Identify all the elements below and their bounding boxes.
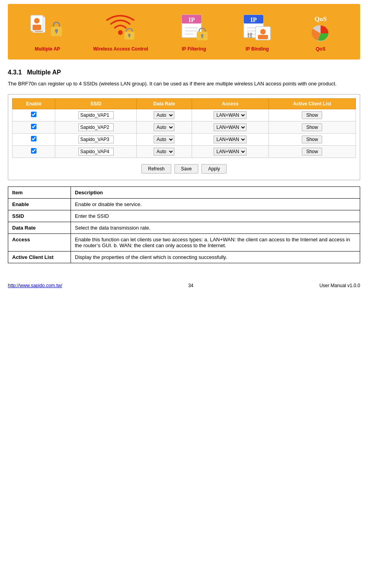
col-active-client: Active Client List xyxy=(268,98,355,109)
data-rate-select-1[interactable]: Auto1M2M5.5M11M6M9M12M18M24M36M48M54M xyxy=(154,111,174,119)
ip-binding-icon: IP ⛓ xyxy=(239,12,275,43)
access-select-1[interactable]: LAN+WANLANWAN xyxy=(214,111,247,119)
desc-col-description: Description xyxy=(71,186,360,198)
section-heading: 4.3.1 Multiple AP xyxy=(8,69,360,76)
refresh-button[interactable]: Refresh xyxy=(141,164,171,174)
desc-row-1: EnableEnable or disable the service. xyxy=(8,198,360,210)
section-description: The BRF70n can register up to 4 SSIDs (w… xyxy=(8,80,360,88)
vap-row-4: Auto1M2M5.5M11M6M9M12M18M24M36M48M54MLAN… xyxy=(13,145,356,157)
col-enable: Enable xyxy=(13,98,55,109)
ssid-input-1[interactable] xyxy=(78,111,114,119)
data-rate-select-4[interactable]: Auto1M2M5.5M11M6M9M12M18M24M36M48M54M xyxy=(154,148,174,156)
ip-filtering-icon-item[interactable]: IP IP Filtering xyxy=(176,12,212,52)
desc-item-2: SSID xyxy=(8,210,71,222)
save-button[interactable]: Save xyxy=(174,164,198,174)
ip-filtering-label: IP Filtering xyxy=(182,46,206,52)
access-select-3[interactable]: LAN+WANLANWAN xyxy=(214,136,247,143)
wireless-ac-icon xyxy=(103,12,138,43)
vap-config-table: Enable SSID Data Rate Access Active Clie… xyxy=(12,98,356,158)
qos-icon: QoS xyxy=(303,12,338,43)
svg-point-29 xyxy=(260,29,266,34)
enable-checkbox-4[interactable] xyxy=(31,148,36,154)
version-text: User Manual v1.0.0 xyxy=(319,283,360,288)
desc-col-item: Item xyxy=(8,186,71,198)
top-icon-area: Multiple AP Wireless Access Control xyxy=(8,4,360,60)
svg-rect-8 xyxy=(56,31,57,33)
footer-link[interactable]: http://www.sapido.com.tw/ xyxy=(8,283,62,288)
show-button-1[interactable]: Show xyxy=(302,111,322,119)
desc-row-4: AccessEnable this function can let clien… xyxy=(8,233,360,251)
show-button-2[interactable]: Show xyxy=(302,123,322,131)
col-data-rate: Data Rate xyxy=(137,98,192,109)
svg-rect-12 xyxy=(129,35,130,37)
ip-binding-label: IP Binding xyxy=(246,46,269,52)
desc-item-1: Enable xyxy=(8,198,71,210)
qos-label: QoS xyxy=(316,46,326,52)
show-button-4[interactable]: Show xyxy=(302,148,322,156)
data-rate-select-2[interactable]: Auto1M2M5.5M11M6M9M12M18M24M36M48M54M xyxy=(154,123,174,131)
action-buttons-row: Refresh Save Apply xyxy=(12,162,356,176)
desc-text-5: Display the properties of the client whi… xyxy=(71,251,360,263)
desc-row-3: Data RateSelect the data transmission ra… xyxy=(8,222,360,233)
apply-button[interactable]: Apply xyxy=(201,164,227,174)
svg-text:IP: IP xyxy=(189,16,195,23)
desc-text-2: Enter the SSID xyxy=(71,210,360,222)
wireless-ac-label: Wireless Access Control xyxy=(93,46,148,52)
svg-text:IP: IP xyxy=(250,16,257,23)
vap-table-wrapper: Enable SSID Data Rate Access Active Clie… xyxy=(8,94,360,180)
vap-row-2: Auto1M2M5.5M11M6M9M12M18M24M36M48M54MLAN… xyxy=(13,121,356,133)
svg-rect-21 xyxy=(201,35,203,38)
svg-point-9 xyxy=(118,30,123,35)
desc-row-2: SSIDEnter the SSID xyxy=(8,210,360,222)
access-select-4[interactable]: LAN+WANLANWAN xyxy=(214,148,247,156)
desc-text-4: Enable this function can let clients use… xyxy=(71,233,360,251)
vap-row-3: Auto1M2M5.5M11M6M9M12M18M24M36M48M54MLAN… xyxy=(13,133,356,145)
show-button-3[interactable]: Show xyxy=(302,136,322,143)
desc-text-3: Select the data transmission rate. xyxy=(71,222,360,233)
ip-binding-icon-item[interactable]: IP ⛓ IP Binding xyxy=(239,12,275,52)
ssid-input-3[interactable] xyxy=(78,136,114,143)
description-table: Item Description EnableEnable or disable… xyxy=(8,186,360,263)
ssid-input-2[interactable] xyxy=(78,123,114,131)
qos-icon-item[interactable]: QoS QoS xyxy=(303,12,338,52)
svg-rect-5 xyxy=(33,25,41,30)
desc-row-5: Active Client ListDisplay the properties… xyxy=(8,251,360,263)
desc-text-1: Enable or disable the service. xyxy=(71,198,360,210)
access-select-2[interactable]: LAN+WANLANWAN xyxy=(214,123,247,131)
page-number: 34 xyxy=(62,283,319,288)
ssid-input-4[interactable] xyxy=(78,148,114,156)
svg-point-4 xyxy=(34,18,40,24)
svg-text:⛓: ⛓ xyxy=(247,32,252,38)
desc-item-3: Data Rate xyxy=(8,222,71,233)
col-access: Access xyxy=(192,98,268,109)
enable-checkbox-1[interactable] xyxy=(31,112,36,117)
page-footer: http://www.sapido.com.tw/ 34 User Manual… xyxy=(0,275,368,292)
desc-item-4: Access xyxy=(8,233,71,251)
svg-text:QoS: QoS xyxy=(314,15,326,23)
multiple-ap-icon-item[interactable]: Multiple AP xyxy=(30,12,65,52)
vap-row-1: Auto1M2M5.5M11M6M9M12M18M24M36M48M54MLAN… xyxy=(13,109,356,121)
svg-rect-30 xyxy=(258,35,268,39)
col-ssid: SSID xyxy=(55,98,137,109)
enable-checkbox-3[interactable] xyxy=(31,136,36,141)
multiple-ap-icon xyxy=(30,12,65,43)
desc-item-5: Active Client List xyxy=(8,251,71,263)
multiple-ap-label: Multiple AP xyxy=(34,46,60,52)
wireless-ac-icon-item[interactable]: Wireless Access Control xyxy=(93,12,148,52)
enable-checkbox-2[interactable] xyxy=(31,124,36,129)
data-rate-select-3[interactable]: Auto1M2M5.5M11M6M9M12M18M24M36M48M54M xyxy=(154,136,174,143)
ip-filtering-icon: IP xyxy=(176,12,212,43)
